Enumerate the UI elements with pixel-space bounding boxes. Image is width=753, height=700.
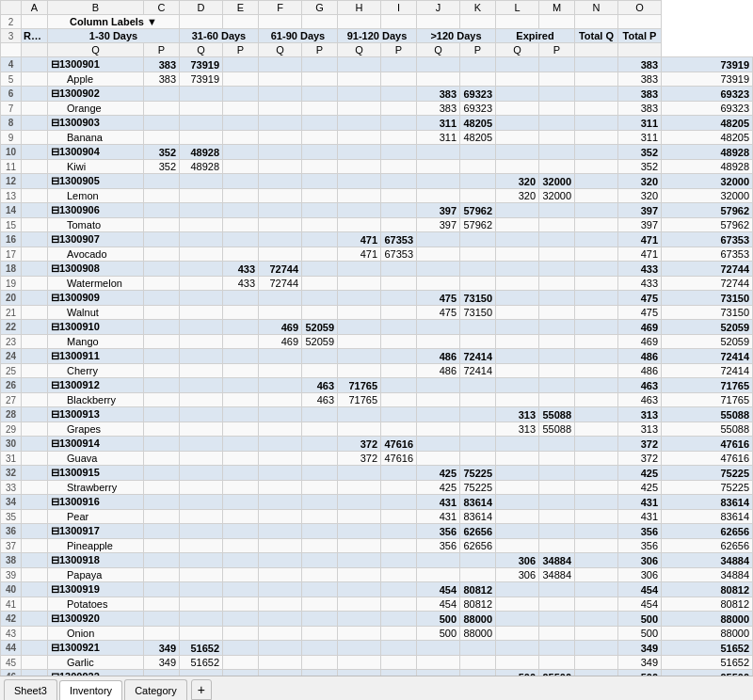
label-cell-8[interactable]: ⊟1300903 [48,116,144,131]
col-letter-i[interactable]: I [381,1,417,15]
col-letter-k[interactable]: K [460,1,496,15]
cell-g-34 [302,495,338,510]
label-cell-34[interactable]: ⊟1300916 [48,495,144,510]
label-cell-38[interactable]: ⊟1300918 [48,553,144,568]
label-cell-24[interactable]: ⊟1300911 [48,349,144,364]
col-letter-h[interactable]: H [338,1,381,15]
label-cell-11[interactable]: Kiwi [48,160,144,174]
cell-h-14 [338,203,381,218]
col-letter-a[interactable]: A [22,1,48,15]
cell-m-30 [539,437,575,452]
col-letter-m[interactable]: M [539,1,575,15]
cell-a-33 [22,481,48,495]
label-cell-35[interactable]: Pear [48,510,144,524]
total-q-19: 433 [618,277,662,291]
cell-k-37: 62656 [460,539,496,553]
cell-n-27 [575,393,618,407]
col-letter-o[interactable]: O [618,1,662,15]
label-cell-43[interactable]: Onion [48,627,144,641]
col-letters-row: A B C D E F G H I J K L M N O [1,1,753,15]
label-cell-7[interactable]: Orange [48,102,144,116]
cell-e-21 [223,306,259,320]
label-cell-45[interactable]: Garlic [48,656,144,670]
cell-f-31 [259,452,302,466]
label-cell-18[interactable]: ⊟1300908 [48,262,144,277]
cell-c-18 [144,262,180,277]
label-cell-17[interactable]: Avocado [48,247,144,262]
label-cell-32[interactable]: ⊟1300915 [48,466,144,481]
col-letter-l[interactable]: L [496,1,539,15]
label-cell-19[interactable]: Watermelon [48,277,144,291]
label-cell-40[interactable]: ⊟1300919 [48,582,144,597]
cell-g-36 [302,524,338,539]
cell-n-43 [575,627,618,641]
label-cell-15[interactable]: Tomato [48,218,144,232]
label-cell-14[interactable]: ⊟1300906 [48,203,144,218]
col-letter-c[interactable]: C [144,1,180,15]
label-cell-28[interactable]: ⊟1300913 [48,407,144,422]
label-cell-29[interactable]: Grapes [48,422,144,437]
cell-e-26 [223,378,259,393]
col-letter-d[interactable]: D [180,1,223,15]
cell-h-42 [338,612,381,627]
label-cell-23[interactable]: Mango [48,335,144,349]
label-cell-27[interactable]: Blackberry [48,393,144,407]
cell-n-39 [575,568,618,582]
label-cell-21[interactable]: Walnut [48,306,144,320]
label-cell-42[interactable]: ⊟1300920 [48,612,144,627]
cell-m-13: 32000 [539,189,575,203]
cell-m-18 [539,262,575,277]
label-cell-37[interactable]: Pineapple [48,539,144,553]
label-cell-25[interactable]: Cherry [48,364,144,378]
row-num-44: 44 [1,641,22,656]
row-labels-cell[interactable]: Row Labels ▼ [22,29,48,43]
label-cell-12[interactable]: ⊟1300905 [48,174,144,189]
cell-a-32 [22,466,48,481]
scroll-area[interactable]: A B C D E F G H I J K L M N O [0,0,753,676]
label-cell-26[interactable]: ⊟1300912 [48,378,144,393]
label-cell-22[interactable]: ⊟1300910 [48,320,144,335]
cell-l-20 [496,291,539,306]
label-cell-33[interactable]: Strawberry [48,481,144,495]
col-letter-f[interactable]: F [259,1,302,15]
tab-sheet3[interactable]: Sheet3 [4,679,57,700]
col-labels-header: Column Labels ▼ [48,15,180,29]
label-cell-4[interactable]: ⊟1300901 [48,57,144,72]
tab-category[interactable]: Category [124,679,187,700]
label-cell-20[interactable]: ⊟1300909 [48,291,144,306]
cell-d-26 [180,378,223,393]
cell-f-5 [259,72,302,87]
label-cell-30[interactable]: ⊟1300914 [48,437,144,452]
col-letter-n[interactable]: N [575,1,618,15]
cell-g-45 [302,656,338,670]
label-cell-13[interactable]: Lemon [48,189,144,203]
col-letter-e[interactable]: E [223,1,259,15]
label-cell-39[interactable]: Papaya [48,568,144,582]
cell-m-41 [539,597,575,612]
cell-m-25 [539,364,575,378]
label-cell-44[interactable]: ⊟1300921 [48,641,144,656]
label-cell-16[interactable]: ⊟1300907 [48,232,144,247]
cell-j-19 [417,277,460,291]
cell-e-38 [223,553,259,568]
col-letter-b[interactable]: B [48,1,144,15]
label-cell-9[interactable]: Banana [48,131,144,145]
cell-i-18 [381,262,417,277]
label-cell-41[interactable]: Potatoes [48,597,144,612]
cell-k-36: 62656 [460,524,496,539]
tab-inventory[interactable]: Inventory [59,680,122,700]
label-cell-6[interactable]: ⊟1300902 [48,87,144,102]
col-letter-j[interactable]: J [417,1,460,15]
cell-d-6 [180,87,223,102]
label-cell-5[interactable]: Apple [48,72,144,87]
add-sheet-button[interactable]: + [191,679,212,700]
label-cell-36[interactable]: ⊟1300917 [48,524,144,539]
label-cell-10[interactable]: ⊟1300904 [48,145,144,160]
cell-j-42: 500 [417,612,460,627]
cell-l-14 [496,203,539,218]
cell-d-8 [180,116,223,131]
col-letter-g[interactable]: G [302,1,338,15]
cell-j-12 [417,174,460,189]
total-q-22: 469 [618,320,662,335]
label-cell-31[interactable]: Guava [48,452,144,466]
